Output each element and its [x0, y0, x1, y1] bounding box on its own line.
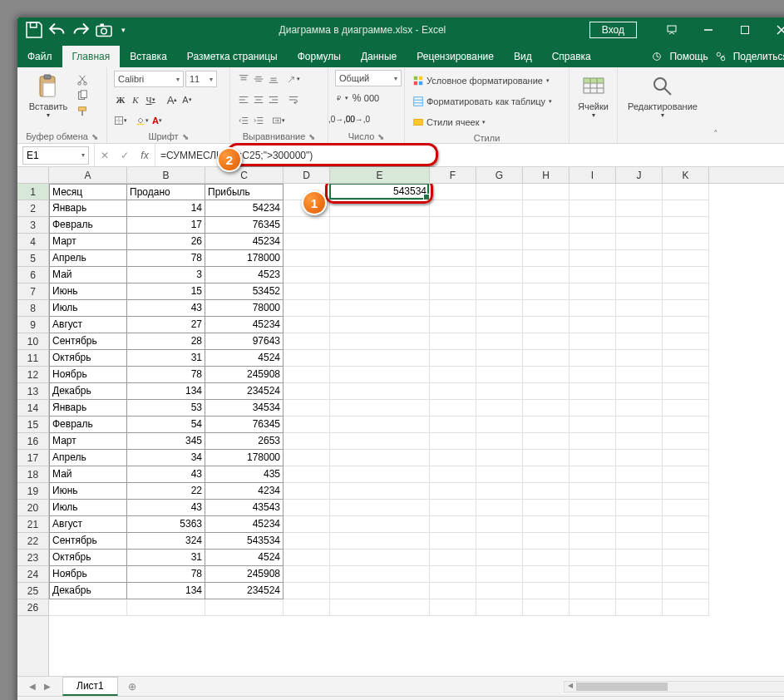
tellme-icon[interactable] [651, 51, 663, 62]
cell-A26[interactable] [49, 599, 127, 616]
cell-B22[interactable]: 324 [127, 533, 205, 550]
copy-icon[interactable] [76, 89, 89, 102]
cell-B24[interactable]: 78 [127, 566, 205, 583]
cell-C21[interactable]: 45234 [205, 516, 284, 533]
cell-D16[interactable] [284, 433, 330, 450]
decrease-indent-icon[interactable] [237, 114, 250, 127]
tab-view[interactable]: Вид [504, 46, 542, 67]
cell-C13[interactable]: 234524 [205, 383, 284, 400]
cell-D18[interactable] [284, 466, 330, 483]
row-header-16[interactable]: 16 [17, 433, 48, 450]
cell-B7[interactable]: 15 [127, 283, 205, 300]
cell-A13[interactable]: Декабрь [49, 383, 127, 400]
cell-C9[interactable]: 45234 [205, 317, 284, 333]
cell-F9[interactable] [430, 317, 476, 333]
cell-C19[interactable]: 4234 [205, 483, 284, 500]
cell-H26[interactable] [523, 599, 570, 616]
cell-J16[interactable] [616, 433, 663, 450]
cell-J23[interactable] [616, 550, 663, 566]
cell-I25[interactable] [570, 583, 616, 599]
cell-K3[interactable] [663, 217, 709, 234]
cell-B4[interactable]: 26 [127, 234, 205, 250]
cell-D4[interactable] [284, 234, 330, 250]
cell-A5[interactable]: Апрель [49, 250, 127, 267]
cell-I17[interactable] [570, 450, 616, 466]
cell-B14[interactable]: 53 [127, 400, 205, 417]
cell-B2[interactable]: 14 [127, 200, 205, 217]
cell-I20[interactable] [570, 500, 616, 516]
merge-icon[interactable]: ▾ [272, 114, 285, 127]
cell-E9[interactable] [330, 317, 430, 333]
font-name-combo[interactable]: Calibri▾ [114, 71, 184, 87]
cell-E4[interactable] [330, 234, 430, 250]
cell-C6[interactable]: 4523 [205, 267, 284, 283]
cell-K9[interactable] [663, 317, 709, 333]
cell-G24[interactable] [476, 566, 523, 583]
font-launcher-icon[interactable]: ⬊ [182, 132, 189, 141]
col-header-E[interactable]: E [330, 167, 430, 183]
cell-G21[interactable] [476, 516, 523, 533]
cell-E6[interactable] [330, 267, 430, 283]
insert-function-icon[interactable]: fx [135, 146, 155, 165]
cell-F19[interactable] [430, 483, 476, 500]
col-header-C[interactable]: C [205, 167, 284, 183]
cell-I26[interactable] [570, 599, 616, 616]
bold-button[interactable]: Ж [114, 93, 127, 106]
collapse-ribbon-icon[interactable]: ˄ [708, 67, 724, 143]
cells-area[interactable]: МесяцПроданоПрибыль543534Январь1454234Фе… [49, 184, 784, 676]
cell-J18[interactable] [616, 466, 663, 483]
ribbon-options-icon[interactable] [653, 17, 690, 42]
cell-A23[interactable]: Октябрь [49, 550, 127, 566]
cell-G3[interactable] [476, 217, 523, 234]
cell-E15[interactable] [330, 417, 430, 433]
row-header-4[interactable]: 4 [17, 234, 48, 250]
cell-I15[interactable] [570, 417, 616, 433]
row-header-10[interactable]: 10 [17, 333, 48, 350]
cell-G19[interactable] [476, 483, 523, 500]
percent-icon[interactable]: % [350, 91, 363, 105]
row-header-20[interactable]: 20 [17, 500, 48, 516]
formula-input[interactable]: =СУММЕСЛИ(C2:C25;">300000") [155, 146, 783, 165]
cell-E16[interactable] [330, 433, 430, 450]
accounting-icon[interactable]: ₽▾ [335, 91, 348, 105]
cell-I13[interactable] [570, 383, 616, 400]
cell-H22[interactable] [523, 533, 570, 550]
cell-C1[interactable]: Прибыль [205, 184, 284, 200]
cell-C16[interactable]: 2653 [205, 433, 284, 450]
cell-F5[interactable] [430, 250, 476, 267]
borders-icon[interactable]: ▾ [114, 114, 127, 127]
row-header-8[interactable]: 8 [17, 300, 48, 317]
cell-E17[interactable] [330, 450, 430, 466]
name-box[interactable]: E1▾ [22, 146, 89, 165]
cell-G17[interactable] [476, 450, 523, 466]
cell-F3[interactable] [430, 217, 476, 234]
cell-D1[interactable] [284, 184, 330, 200]
tellme-label[interactable]: Помощь [666, 46, 711, 67]
tab-review[interactable]: Рецензирование [407, 46, 504, 67]
cell-E18[interactable] [330, 466, 430, 483]
cell-F22[interactable] [430, 533, 476, 550]
cell-E5[interactable] [330, 250, 430, 267]
cell-H17[interactable] [523, 450, 570, 466]
cell-K6[interactable] [663, 267, 709, 283]
sheet-next-icon[interactable]: ▶ [44, 682, 51, 691]
cell-H21[interactable] [523, 516, 570, 533]
cell-D11[interactable] [284, 350, 330, 367]
cell-J26[interactable] [616, 599, 663, 616]
col-header-A[interactable]: A [49, 167, 127, 183]
cell-D25[interactable] [284, 583, 330, 599]
cell-B8[interactable]: 43 [127, 300, 205, 317]
cell-H6[interactable] [523, 267, 570, 283]
cell-K14[interactable] [663, 400, 709, 417]
cell-K25[interactable] [663, 583, 709, 599]
row-header-6[interactable]: 6 [17, 267, 48, 283]
font-size-combo[interactable]: 11▾ [185, 71, 217, 87]
cell-A3[interactable]: Февраль [49, 217, 127, 234]
cell-D24[interactable] [284, 566, 330, 583]
cell-B1[interactable]: Продано [127, 184, 205, 200]
cell-K8[interactable] [663, 300, 709, 317]
cell-E2[interactable] [330, 200, 430, 217]
cell-J13[interactable] [616, 383, 663, 400]
cell-H9[interactable] [523, 317, 570, 333]
cell-E24[interactable] [330, 566, 430, 583]
